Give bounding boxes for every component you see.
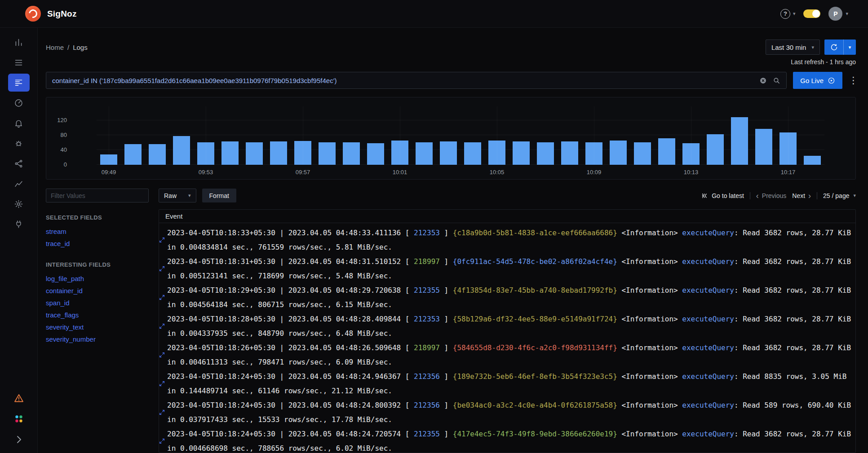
help-menu[interactable]: ? ▾ [780, 9, 796, 19]
histogram-bar[interactable] [776, 110, 800, 165]
histogram-bar[interactable] [315, 110, 339, 165]
view-mode-select[interactable]: Raw ▾ [159, 189, 196, 202]
x-axis-label [703, 169, 727, 176]
histogram-bar[interactable] [703, 110, 727, 165]
chevron-down-icon: ▾ [188, 193, 191, 198]
log-separator: | [275, 343, 288, 352]
expand-icon[interactable] [159, 237, 165, 243]
format-button[interactable]: Format [202, 189, 236, 202]
breadcrumb-home[interactable]: Home [46, 44, 64, 51]
log-separator: [ [401, 257, 414, 266]
filter-values-input[interactable] [46, 189, 149, 202]
help-icon[interactable]: ? [780, 9, 790, 19]
field-item-trace_flags[interactable]: trace_flags [46, 309, 149, 321]
sidebar-item-integrations[interactable] [8, 215, 30, 233]
field-item-trace_id[interactable]: trace_id [46, 237, 149, 250]
sidebar-item-usage-explorer[interactable] [8, 175, 30, 193]
histogram-bar[interactable] [436, 110, 461, 165]
histogram-bar[interactable] [800, 110, 824, 165]
sidebar-item-services[interactable] [8, 33, 30, 51]
log-row[interactable]: 2023-04-05T10:18:28+05:30 | 2023.04.05 0… [159, 312, 855, 341]
search-icon[interactable] [773, 77, 780, 84]
log-row[interactable]: 2023-04-05T10:18:24+05:30 | 2023.04.05 0… [159, 398, 855, 427]
log-row[interactable]: 2023-04-05T10:18:29+05:30 | 2023.04.05 0… [159, 283, 855, 312]
field-item-severity_number[interactable]: severity_number [46, 333, 149, 345]
go-live-button[interactable]: Go Live [793, 72, 842, 89]
kebab-menu-icon[interactable]: ⋮ [849, 75, 856, 86]
log-row[interactable]: 2023-04-05T10:18:24+05:30 | 2023.04.05 0… [159, 369, 855, 398]
log-row[interactable]: 2023-04-05T10:18:33+05:30 | 2023.04.05 0… [159, 226, 855, 255]
field-item-container_id[interactable]: container_id [46, 285, 149, 297]
histogram-bar[interactable] [533, 110, 558, 165]
histogram-bar[interactable] [461, 110, 485, 165]
expand-icon[interactable] [159, 438, 165, 444]
log-row[interactable]: 2023-04-05T10:18:31+05:30 | 2023.04.05 0… [159, 255, 855, 283]
field-item-span_id[interactable]: span_id [46, 297, 149, 309]
histogram-bar[interactable] [412, 110, 436, 165]
refresh-button[interactable] [824, 40, 843, 55]
expand-icon[interactable] [159, 381, 165, 387]
query-input[interactable] [52, 77, 753, 84]
histogram-bar[interactable] [363, 110, 388, 165]
histogram-bar[interactable] [218, 110, 242, 165]
histogram-bar[interactable] [558, 110, 582, 165]
histogram-bar[interactable] [97, 110, 121, 165]
expand-icon[interactable] [159, 323, 165, 329]
histogram-bar[interactable] [752, 110, 776, 165]
previous-page-button[interactable]: ‹ Previous [756, 192, 786, 200]
x-axis-label: 10:17 [776, 169, 800, 176]
histogram-bar[interactable] [121, 110, 145, 165]
log-row[interactable]: 2023-04-05T10:18:24+05:30 | 2023.04.05 0… [159, 427, 855, 453]
expand-icon[interactable] [159, 409, 165, 415]
histogram-bar[interactable] [169, 110, 194, 165]
histogram-bar[interactable] [266, 110, 291, 165]
histogram-bar[interactable] [388, 110, 412, 165]
field-item-stream[interactable]: stream [46, 225, 149, 237]
sidebar-item-exceptions[interactable] [8, 134, 30, 152]
sidebar-item-service-map[interactable] [8, 154, 30, 172]
sidebar-item-alerts[interactable] [8, 114, 30, 132]
breadcrumb-current[interactable]: Logs [73, 44, 88, 51]
chevron-right-icon: › [808, 192, 811, 200]
time-range-select[interactable]: Last 30 min ▾ [766, 40, 820, 55]
histogram-bar[interactable] [242, 110, 266, 165]
x-axis-label [727, 169, 752, 176]
histogram-bar[interactable] [339, 110, 363, 165]
sidebar-item-logs[interactable] [8, 74, 30, 92]
theme-toggle[interactable] [803, 9, 820, 18]
page-size-select[interactable]: 25 / page ▾ [823, 192, 856, 199]
log-row[interactable]: 2023-04-05T10:18:26+05:30 | 2023.04.05 0… [159, 341, 855, 369]
x-axis-label [800, 169, 824, 176]
user-menu[interactable]: P ▾ [828, 7, 848, 21]
expand-icon[interactable] [159, 295, 165, 300]
histogram-bar[interactable] [630, 110, 655, 165]
histogram-bar[interactable] [679, 110, 703, 165]
log-message-text: 2023-04-05T10:18:24+05:30 | 2023.04.05 0… [167, 427, 855, 453]
sidebar-collapse-button[interactable] [13, 434, 24, 447]
warning-indicator[interactable] [13, 393, 24, 405]
histogram-bar[interactable] [485, 110, 509, 165]
go-to-latest-button[interactable]: Go to latest [701, 192, 744, 199]
slack-link[interactable] [13, 413, 24, 426]
log-method: executeQuery [682, 401, 734, 409]
histogram-bar[interactable] [655, 110, 679, 165]
avatar[interactable]: P [828, 7, 842, 21]
sidebar-item-traces[interactable] [8, 53, 30, 71]
field-item-severity_text[interactable]: severity_text [46, 321, 149, 333]
expand-icon[interactable] [159, 266, 165, 272]
histogram-bar[interactable] [145, 110, 169, 165]
sidebar-item-settings[interactable] [8, 195, 30, 213]
field-item-log_file_path[interactable]: log_file_path [46, 273, 149, 285]
histogram-bar[interactable] [291, 110, 315, 165]
histogram-bar[interactable] [606, 110, 630, 165]
histogram-bar[interactable] [194, 110, 218, 165]
next-page-button[interactable]: Next › [792, 192, 811, 200]
histogram-bar[interactable] [727, 110, 752, 165]
sidebar-item-dashboards[interactable] [8, 94, 30, 112]
histogram-bar[interactable] [509, 110, 533, 165]
refresh-options-button[interactable]: ▾ [843, 40, 856, 55]
clear-query-icon[interactable] [759, 77, 767, 84]
histogram-bar[interactable] [582, 110, 606, 165]
expand-icon[interactable] [159, 352, 165, 358]
log-separator: [ [401, 229, 414, 237]
